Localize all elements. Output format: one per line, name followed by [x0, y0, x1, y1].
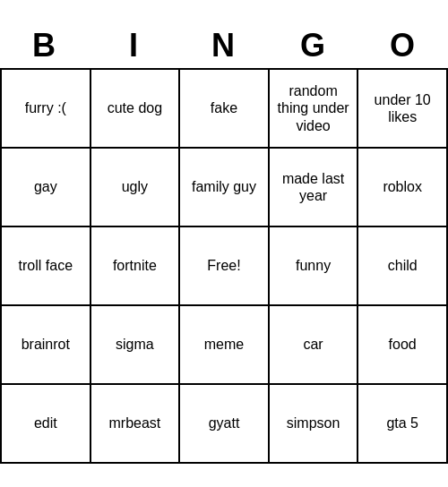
cell-text: gyatt [209, 415, 240, 431]
bingo-cell: sigma [90, 305, 180, 384]
bingo-cell: ugly [90, 148, 180, 226]
cell-text: fake [211, 100, 237, 115]
bingo-cell: edit [1, 384, 90, 463]
bingo-cell: brainrot [1, 305, 90, 384]
cell-text: mrbeast [108, 415, 160, 431]
bingo-cell: food [358, 305, 447, 384]
cell-text: made last year [282, 171, 344, 203]
cell-text: car [303, 337, 323, 352]
cell-text: sigma [116, 337, 154, 352]
bingo-grid: furry :(cute dogfakerandom thing under v… [0, 68, 448, 464]
table-row: furry :(cute dogfakerandom thing under v… [1, 69, 447, 148]
cell-text: troll face [19, 258, 73, 273]
cell-text: meme [204, 337, 244, 352]
cell-text: family guy [192, 179, 256, 194]
cell-text: cute dog [108, 100, 162, 115]
bingo-cell: Free! [179, 226, 269, 305]
cell-text: furry :( [25, 100, 66, 115]
cell-text: food [389, 337, 417, 352]
bingo-cell: fake [179, 69, 269, 148]
table-row: editmrbeastgyattsimpsongta 5 [1, 384, 447, 463]
cell-text: under 10 likes [375, 92, 431, 124]
cell-text: brainrot [22, 337, 70, 352]
bingo-cell: gyatt [179, 384, 269, 463]
bingo-cell: gay [1, 148, 90, 226]
bingo-cell: cute dog [90, 69, 180, 148]
cell-text: ugly [122, 179, 148, 194]
bingo-cell: made last year [269, 148, 358, 226]
table-row: gayuglyfamily guymade last yearroblox [1, 148, 447, 226]
header-o: O [358, 23, 448, 68]
bingo-cell: funny [269, 226, 358, 305]
bingo-cell: meme [179, 305, 269, 384]
bingo-cell: furry :( [1, 69, 90, 148]
header-n: N [179, 23, 269, 68]
cell-text: edit [34, 415, 57, 431]
cell-text: child [388, 258, 418, 273]
header-i: I [90, 23, 179, 68]
bingo-cell: roblox [358, 148, 447, 226]
cell-text: roblox [383, 179, 422, 194]
bingo-cell: gta 5 [358, 384, 447, 463]
header-b: B [0, 23, 90, 68]
bingo-cell: fortnite [90, 226, 180, 305]
bingo-cell: mrbeast [90, 384, 180, 463]
bingo-cell: simpson [269, 384, 358, 463]
bingo-cell: child [358, 226, 447, 305]
header-g: G [269, 23, 358, 68]
bingo-cell: car [269, 305, 358, 384]
bingo-cell: troll face [1, 226, 90, 305]
cell-text: Free! [207, 258, 240, 273]
cell-text: gta 5 [386, 415, 418, 431]
bingo-cell: family guy [179, 148, 269, 226]
cell-text: funny [296, 258, 331, 273]
cell-text: simpson [287, 415, 340, 431]
table-row: brainrotsigmamemecarfood [1, 305, 447, 384]
cell-text: fortnite [113, 258, 157, 273]
cell-text: random thing under video [278, 83, 349, 132]
bingo-cell: under 10 likes [358, 69, 447, 148]
table-row: troll facefortniteFree!funnychild [1, 226, 447, 305]
bingo-cell: random thing under video [269, 69, 358, 148]
bingo-header: B I N G O [0, 23, 448, 68]
cell-text: gay [34, 179, 57, 194]
